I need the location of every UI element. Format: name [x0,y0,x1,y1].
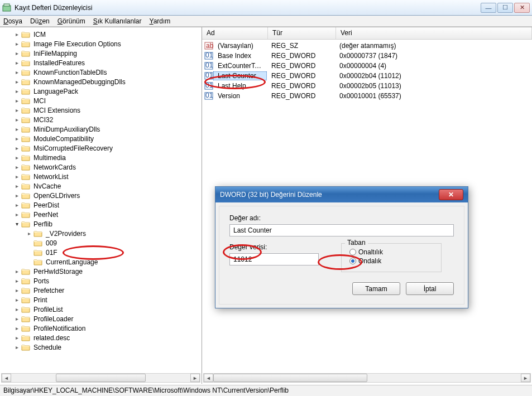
tree-item[interactable]: ▸IniFileMapping [13,49,202,58]
tree-item[interactable]: ▸PeerDist [13,200,202,210]
expand-icon[interactable] [26,259,32,265]
expand-icon[interactable]: ▸ [13,79,20,85]
expand-icon[interactable]: ▸ [13,136,20,142]
list-row[interactable]: 011Last HelpREG_DWORD0x00002b05 (11013) [202,81,532,91]
menu-help[interactable]: Yardım [150,17,171,25]
tree-item[interactable]: ▸Print [13,295,202,305]
scroll-left-button[interactable]: ◄ [2,374,11,382]
tree-item[interactable]: ▸PeerNet [13,210,202,219]
expand-icon[interactable]: ▸ [13,50,20,57]
tree-item[interactable]: ▾Perflib [13,219,202,229]
expand-icon[interactable]: ▸ [13,268,20,275]
radio-dec[interactable]: Ondalık [349,257,433,265]
close-button[interactable]: ✕ [514,3,530,13]
list-horizontal-scrollbar[interactable]: ◄ ► [203,373,531,383]
list-row[interactable]: 011ExtCounterTestL...REG_DWORD0x00000004… [202,61,532,71]
tree-item[interactable]: 009 [26,238,202,248]
menu-favorites[interactable]: Sık Kullanılanlar [93,17,142,25]
tree-item[interactable]: ▸ProfileNotification [13,323,202,333]
tree-item[interactable]: ▸Prefetcher [13,286,202,295]
maximize-button[interactable]: ☐ [497,3,513,13]
tree-item[interactable]: ▸OpenGLDrivers [13,191,202,200]
registry-tree[interactable]: ▸ICM▸Image File Execution Options▸IniFil… [0,27,202,375]
expand-icon[interactable]: ▸ [13,344,20,351]
list-row[interactable]: 011Last CounterREG_DWORD0x00002b04 (1101… [202,71,532,81]
expand-icon[interactable]: ▸ [13,88,20,95]
tree-item[interactable]: ▸Schedule [13,342,202,352]
expand-icon[interactable]: ▸ [13,306,20,313]
tree-item[interactable]: ▸ProfileLoader [13,314,202,323]
expand-icon[interactable]: ▸ [13,41,20,47]
scroll-track[interactable] [11,374,190,382]
expand-icon[interactable]: ▸ [13,192,20,199]
tree-item[interactable]: ▸NetworkList [13,172,202,181]
list-row[interactable]: 011VersionREG_DWORD0x00010001 (65537) [202,91,532,101]
tree-item[interactable]: ▸MsiCorruptedFileRecovery [13,143,202,153]
tree-item[interactable]: ▸ICM [13,30,202,39]
scroll-right-button[interactable]: ► [190,374,200,382]
tree-item[interactable]: ▸NvCache [13,181,202,191]
expand-icon[interactable]: ▸ [13,126,20,133]
tree-item[interactable]: ▸related.desc [13,333,202,342]
expand-icon[interactable]: ▸ [13,107,20,114]
expand-icon[interactable]: ▸ [13,145,20,152]
column-header-type[interactable]: Tür [268,27,336,39]
dialog-titlebar[interactable]: DWORD (32 bit) Değerini Düzenle ✕ [215,187,468,202]
radio-hex[interactable]: Onaltılık [349,248,433,256]
menu-file[interactable]: Dosya [3,17,22,25]
expand-icon[interactable]: ▸ [13,164,20,171]
tree-item[interactable]: ▸Ports [13,276,202,286]
column-header-data[interactable]: Veri [336,27,532,39]
tree-horizontal-scrollbar[interactable]: ◄ ► [1,373,200,383]
value-data-field[interactable] [229,253,319,265]
dialog-close-button[interactable]: ✕ [439,189,463,200]
expand-icon[interactable]: ▸ [13,183,20,190]
list-row[interactable]: ab(Varsayılan)REG_SZ(değer atanmamış) [202,41,532,51]
menu-edit[interactable]: Düzen [30,17,50,25]
scroll-thumb[interactable] [56,374,146,382]
expand-icon[interactable]: ▸ [13,60,20,66]
expand-icon[interactable]: ▸ [13,211,20,218]
tree-item[interactable]: ▸Image File Execution Options [13,39,202,49]
list-row[interactable]: 011Base IndexREG_DWORD0x00000737 (1847) [202,51,532,61]
expand-icon[interactable]: ▸ [13,154,20,161]
tree-item[interactable]: ▸KnownManagedDebuggingDlls [13,77,202,86]
expand-icon[interactable] [26,249,32,256]
tree-item[interactable]: ▸MCI [13,96,202,105]
ok-button[interactable]: Tamam [352,282,400,295]
tree-item[interactable]: 01F [26,248,202,257]
expand-icon[interactable]: ▸ [13,325,20,332]
expand-icon[interactable]: ▸ [13,173,20,180]
cancel-button[interactable]: İptal [406,282,454,295]
expand-icon[interactable]: ▸ [13,278,20,284]
value-name-field[interactable] [229,224,454,236]
expand-icon[interactable]: ▸ [13,202,20,209]
tree-item[interactable]: ▸_V2Providers [26,229,202,238]
tree-item[interactable]: ▸KnownFunctionTableDlls [13,67,202,77]
tree-item[interactable]: CurrentLanguage [26,257,202,267]
scroll-thumb[interactable] [213,374,367,382]
minimize-button[interactable]: — [481,3,496,13]
expand-icon[interactable]: ▸ [13,297,20,303]
expand-icon[interactable]: ▸ [13,335,20,341]
scroll-left-button[interactable]: ◄ [204,374,213,382]
tree-item[interactable]: ▸InstalledFeatures [13,58,202,67]
tree-item[interactable]: ▸PerHwIdStorage [13,267,202,276]
expand-icon[interactable] [26,240,32,247]
tree-item[interactable]: ▸MiniDumpAuxiliaryDlls [13,124,202,134]
tree-item[interactable]: ▸LanguagePack [13,86,202,96]
expand-icon[interactable]: ▸ [13,69,20,76]
tree-item[interactable]: ▸NetworkCards [13,162,202,172]
tree-item[interactable]: ▸ProfileList [13,305,202,314]
scroll-right-button[interactable]: ► [521,374,530,382]
scroll-track[interactable] [213,374,521,382]
expand-icon[interactable]: ▸ [13,287,20,294]
expand-icon[interactable]: ▸ [13,98,20,104]
expand-icon[interactable]: ▸ [13,316,20,322]
collapse-icon[interactable]: ▾ [13,221,20,228]
menu-view[interactable]: Görünüm [57,17,85,25]
tree-item[interactable]: ▸ModuleCompatibility [13,134,202,143]
tree-item[interactable]: ▸MCI Extensions [13,105,202,115]
expand-icon[interactable]: ▸ [26,230,32,237]
tree-item[interactable]: ▸MCI32 [13,115,202,124]
